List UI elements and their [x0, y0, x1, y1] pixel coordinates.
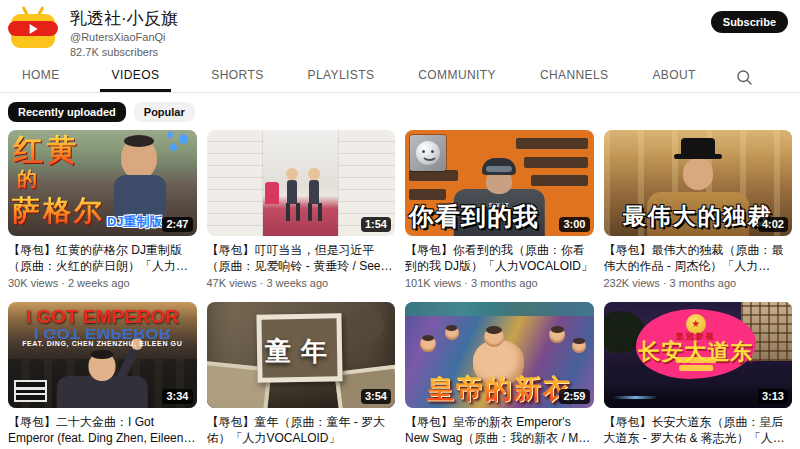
video-meta: 101K views · 3 months ago	[405, 277, 594, 289]
subscriber-count: 82.7K subscribers	[70, 45, 178, 60]
video-card[interactable]: 红黄 的 萨格尔 DJ重制版 2:47 【辱包】红黄的萨格尔 DJ重制版（原曲：…	[8, 130, 197, 289]
video-thumbnail[interactable]: 童年 3:54	[207, 302, 396, 408]
background-text-bar	[531, 175, 588, 186]
background-text-bar	[516, 138, 588, 149]
background-text-bar	[409, 170, 458, 181]
cartoon-character-head	[549, 327, 565, 343]
dancing-figure	[305, 168, 323, 218]
parental-advisory-label	[14, 380, 47, 402]
duration-badge: 3:34	[162, 389, 192, 404]
thumbnail-feat-text: FEAT. DING, CHEN ZHENZHU, EILEEN GU	[8, 340, 197, 347]
video-title[interactable]: 【辱包】皇帝的新衣 Emperor's New Swag（原曲：我的新衣 / M…	[405, 414, 594, 446]
channel-avatar[interactable]	[10, 6, 56, 50]
subscribe-button[interactable]: Subscribe	[711, 11, 788, 33]
video-title[interactable]: 【辱包】叮叮当当，但是习近平（原曲：见爱响铃 - 黄垂玲 / See Tình …	[207, 242, 396, 274]
duration-badge: 2:47	[162, 217, 192, 232]
filter-chip-bar: Recently uploaded Popular	[0, 93, 800, 128]
pink-blob-graphic: ★ 皇冠影视 长安大道东	[636, 309, 757, 379]
chip-popular[interactable]: Popular	[134, 102, 195, 122]
thumbnail-text: I GOT EMPEROR	[8, 306, 197, 328]
channel-handle: @RutersXiaoFanQi	[70, 30, 178, 45]
thumbnail-text: 的	[17, 166, 37, 193]
tab-shorts[interactable]: SHORTS	[207, 64, 267, 92]
video-title[interactable]: 【辱包】红黄的萨格尔 DJ重制版（原曲：火红的萨日朗）「人力VOCALOID」	[8, 242, 197, 274]
cartoon-character-head	[445, 326, 459, 340]
duration-badge: 3:54	[361, 389, 391, 404]
sofa-graphic	[265, 182, 279, 204]
duration-badge: 1:54	[361, 217, 391, 232]
tab-playlists[interactable]: PLAYLISTS	[304, 64, 379, 92]
duration-badge: 2:59	[559, 389, 589, 404]
thumbnail-text: 童年	[207, 334, 396, 369]
thumbnail-badge-text: DJ重制版	[107, 213, 163, 231]
video-thumbnail[interactable]: 红黄 的 萨格尔 DJ重制版 2:47	[8, 130, 197, 236]
thumbnail-text: 萨格尔	[12, 192, 105, 230]
channel-name: 乳透社·小反旗	[70, 8, 178, 30]
goggles-graphic	[486, 166, 512, 172]
video-thumbnail[interactable]: I GOT EMPEROR I GOT EMPEROR FEAT. DING, …	[8, 302, 197, 408]
tab-videos[interactable]: VIDEOS	[100, 64, 172, 92]
video-thumbnail[interactable]: ★ 皇冠影视 长安大道东 3:13	[604, 302, 793, 408]
video-meta: 232K views · 3 months ago	[604, 277, 793, 289]
avatar-play-icon	[8, 21, 58, 36]
video-card[interactable]: I GOT EMPEROR I GOT EMPEROR FEAT. DING, …	[8, 302, 197, 449]
background-text-bar	[524, 157, 588, 168]
face-graphic	[683, 158, 713, 190]
tab-community[interactable]: COMMUNITY	[414, 64, 500, 92]
tab-channels[interactable]: CHANNELS	[536, 64, 613, 92]
chip-recently-uploaded[interactable]: Recently uploaded	[8, 102, 126, 122]
thumbnail-text: 红黄	[13, 130, 81, 171]
vertical-video-panel	[263, 130, 338, 236]
duration-badge: 4:02	[758, 217, 788, 232]
thumbnail-text: 你看到的我	[409, 200, 539, 233]
cartoon-character-head	[420, 336, 436, 352]
tab-home[interactable]: HOME	[18, 64, 64, 92]
duration-badge: 3:13	[758, 389, 788, 404]
face-graphic	[121, 137, 157, 179]
video-thumbnail[interactable]: 皇帝的新衣 2:59	[405, 302, 594, 408]
tab-about[interactable]: ABOUT	[648, 64, 699, 92]
channel-header: 乳透社·小反旗 @RutersXiaoFanQi 82.7K subscribe…	[0, 0, 800, 62]
search-icon[interactable]	[736, 69, 753, 92]
video-card[interactable]: 1:54 【辱包】叮叮当当，但是习近平（原曲：见爱响铃 - 黄垂玲 / See …	[207, 130, 396, 289]
video-meta: 30K views · 2 weeks ago	[8, 277, 197, 289]
video-title[interactable]: 【辱包】你看到的我（原曲：你看到的我 DJ版）「人力VOCALOID」	[405, 242, 594, 274]
video-thumbnail[interactable]: 1:54	[207, 130, 396, 236]
video-grid: 红黄 的 萨格尔 DJ重制版 2:47 【辱包】红黄的萨格尔 DJ重制版（原曲：…	[0, 128, 800, 449]
sweat-drop-icon	[168, 143, 178, 153]
light-streak-graphic	[613, 396, 658, 399]
background-text-bar	[409, 189, 447, 200]
cartoon-character-head	[572, 339, 586, 353]
video-meta: 47K views · 3 weeks ago	[207, 277, 396, 289]
video-card[interactable]: 皇帝的新衣 2:59 【辱包】皇帝的新衣 Emperor's New Swag（…	[405, 302, 594, 449]
channel-tabbar: HOME VIDEOS SHORTS PLAYLISTS COMMUNITY C…	[0, 64, 800, 93]
video-title[interactable]: 【辱包】二十大金曲：I Got Emperor (feat. Ding Zhen…	[8, 414, 197, 446]
video-title[interactable]: 【辱包】童年（原曲：童年 - 罗大佑）「人力VOCALOID」	[207, 414, 396, 446]
video-thumbnail[interactable]: 最伟大的独裁 4:02	[604, 130, 793, 236]
top-hat-graphic	[681, 138, 715, 155]
thumbnail-small-text-bar	[675, 357, 716, 363]
suit-graphic	[57, 376, 147, 408]
duration-badge: 3:00	[559, 217, 589, 232]
video-title[interactable]: 【辱包】最伟大的独裁（原曲：最伟大的作品 - 周杰伦）「人力VOCALOID」	[604, 242, 793, 274]
smiley-album-art	[410, 135, 446, 171]
video-card[interactable]: SWAT 你看到的我 3:00 【辱包】你看到的我（原曲：你看到的我 DJ版）「…	[405, 130, 594, 289]
smiley-face-icon	[416, 141, 440, 165]
video-title[interactable]: 【辱包】长安大道东（原曲：皇后大道东 - 罗大佑 & 蒋志光）「人力VOCALO…	[604, 414, 793, 446]
video-card[interactable]: ★ 皇冠影视 长安大道东 3:13 【辱包】长安大道东（原曲：皇后大道东 - 罗…	[604, 302, 793, 449]
thumbnail-small-text-bar	[679, 365, 713, 371]
video-card[interactable]: 童年 3:54 【辱包】童年（原曲：童年 - 罗大佑）「人力VOCALOID」 …	[207, 302, 396, 449]
video-card[interactable]: 最伟大的独裁 4:02 【辱包】最伟大的独裁（原曲：最伟大的作品 - 周杰伦）「…	[604, 130, 793, 289]
sweat-drop-icon	[165, 131, 173, 139]
video-thumbnail[interactable]: SWAT 你看到的我 3:00	[405, 130, 594, 236]
sweat-drop-icon	[177, 133, 190, 146]
dancing-figure	[283, 168, 301, 218]
face-graphic	[89, 352, 116, 381]
